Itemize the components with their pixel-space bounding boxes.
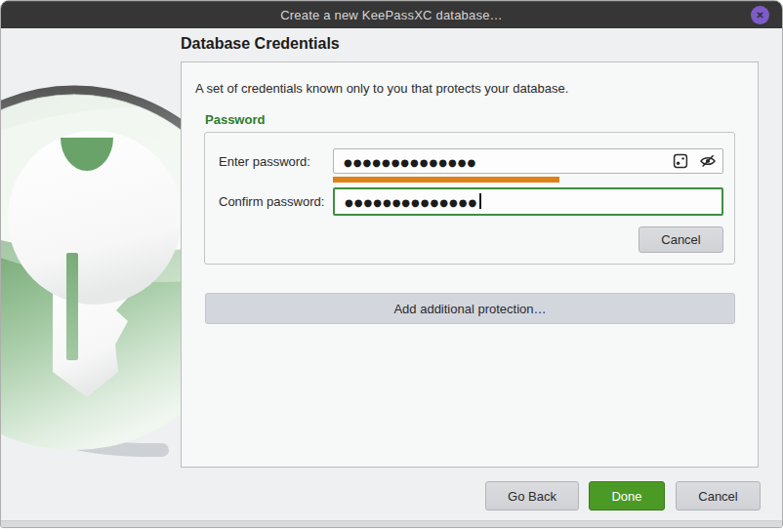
window-bottom-edge — [1, 520, 782, 527]
enter-password-masked-value: ●●●●●●●●●●●●●● — [344, 157, 672, 168]
confirm-password-masked-value: ●●●●●●●●●●●●●● — [345, 197, 477, 208]
close-icon[interactable]: ✕ — [751, 6, 769, 24]
close-glyph: ✕ — [756, 11, 763, 20]
password-groupbox: Enter password: ●●●●●●●●●●●●●● — [204, 132, 735, 265]
cancel-button[interactable]: Cancel — [639, 226, 723, 253]
page-title: Database Credentials — [181, 35, 340, 53]
eye-off-icon[interactable] — [699, 152, 717, 170]
dialog-body: Database Credentials A set of credential… — [1, 28, 782, 527]
confirm-password-label: Confirm password: — [219, 194, 324, 209]
keepassxc-dialog-window: Create a new KeePassXC database… ✕ — [0, 0, 783, 528]
confirm-password-input[interactable]: ●●●●●●●●●●●●●● — [333, 187, 723, 216]
enter-password-input[interactable]: ●●●●●●●●●●●●●● — [333, 148, 723, 174]
go-back-button[interactable]: Go Back — [485, 481, 579, 511]
password-strength-meter — [333, 177, 723, 183]
add-additional-protection-button[interactable]: Add additional protection… — [205, 293, 735, 324]
done-button[interactable]: Done — [589, 481, 665, 511]
credentials-panel: A set of credentials known only to you t… — [181, 61, 759, 468]
text-cursor — [479, 193, 481, 209]
password-section-label: Password — [205, 112, 265, 127]
dice-icon[interactable] — [672, 152, 689, 170]
window-title: Create a new KeePassXC database… — [280, 8, 503, 22]
enter-password-label: Enter password: — [219, 154, 310, 169]
titlebar[interactable]: Create a new KeePassXC database… ✕ — [1, 1, 782, 28]
password-strength-fill — [333, 177, 559, 183]
footer-cancel-button[interactable]: Cancel — [676, 481, 761, 511]
intro-text: A set of credentials known only to you t… — [195, 81, 568, 96]
